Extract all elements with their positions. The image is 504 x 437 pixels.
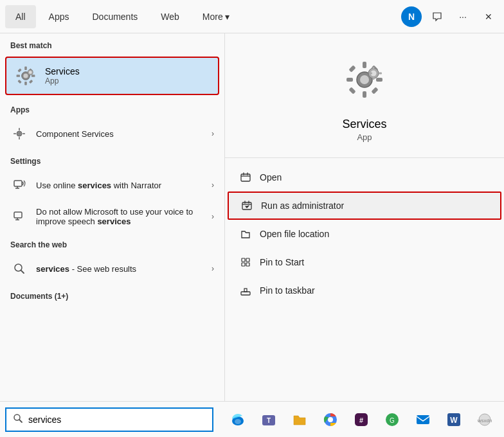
close-icon[interactable]: ✕ [478, 6, 499, 27]
right-panel: Services App Open Run as administrator [225, 33, 504, 401]
apps-section-label: Apps [0, 98, 224, 118]
svg-rect-32 [373, 67, 375, 70]
svg-rect-15 [14, 133, 16, 134]
pin-to-taskbar-icon [238, 283, 253, 298]
web-search-item[interactable]: services - See web results › [0, 253, 224, 284]
svg-rect-2 [24, 67, 27, 70]
web-search-icon [10, 260, 28, 278]
svg-rect-33 [373, 76, 375, 80]
search-input-area[interactable] [5, 407, 213, 432]
tab-documents[interactable]: Documents [82, 5, 148, 28]
app-detail-type: App [357, 132, 372, 142]
svg-rect-36 [241, 174, 250, 181]
svg-rect-41 [246, 263, 249, 266]
best-match-item[interactable]: Services App [5, 57, 219, 95]
tab-all[interactable]: All [5, 5, 36, 28]
svg-text:wsxdn: wsxdn [477, 418, 492, 424]
chevron-right-icon-2: › [212, 181, 214, 190]
best-match-text: Services App [45, 66, 80, 85]
component-services-item[interactable]: Component Services › [0, 118, 224, 149]
documents-section-label: Documents (1+) [0, 284, 224, 305]
svg-rect-55 [417, 415, 429, 424]
app-detail-name: Services [342, 118, 386, 131]
svg-rect-25 [376, 78, 382, 82]
open-file-location-label: Open file location [260, 229, 329, 239]
pin-to-taskbar-button[interactable]: Pin to taskbar [225, 276, 504, 305]
svg-rect-14 [19, 137, 20, 139]
tab-more[interactable]: More ▾ [192, 5, 240, 28]
search-input[interactable] [28, 415, 206, 425]
svg-rect-29 [371, 87, 378, 94]
top-nav: All Apps Documents Web More ▾ N ··· ✕ [0, 0, 504, 33]
svg-rect-6 [17, 68, 21, 72]
svg-point-50 [328, 417, 333, 422]
open-file-location-icon [238, 226, 253, 242]
pin-to-start-icon [238, 254, 253, 270]
taskbar-mail[interactable] [409, 407, 437, 433]
svg-rect-40 [242, 263, 245, 266]
run-as-admin-label: Run as administrator [261, 201, 344, 211]
open-button[interactable]: Open [225, 163, 504, 192]
taskbar-watermark[interactable]: wsxdn [471, 407, 499, 433]
open-label: Open [260, 172, 282, 183]
app-detail: Services App [225, 33, 504, 158]
search-bar: T # G W wsxdn [0, 401, 504, 437]
chevron-right-icon-3: › [212, 212, 214, 221]
svg-rect-17 [14, 181, 22, 186]
tab-web[interactable]: Web [150, 5, 190, 28]
svg-text:#: # [359, 416, 363, 424]
narrator-services-item[interactable]: Use online services with Narrator › [0, 170, 224, 201]
avatar[interactable]: N [401, 6, 422, 27]
search-web-label: Search the web [0, 233, 224, 253]
feedback-icon[interactable] [427, 6, 447, 27]
taskbar-word[interactable]: W [440, 407, 468, 433]
run-as-admin-icon [239, 198, 255, 213]
narrator-icon [10, 176, 28, 194]
taskbar-edge[interactable] [224, 407, 252, 433]
svg-rect-24 [346, 78, 353, 82]
svg-rect-3 [24, 82, 27, 85]
svg-rect-13 [19, 128, 20, 130]
svg-point-12 [17, 131, 22, 136]
run-as-admin-button[interactable]: Run as administrator [228, 192, 501, 220]
taskbar-files[interactable] [285, 407, 314, 433]
main-container: Best match [0, 33, 504, 401]
svg-rect-9 [29, 80, 33, 84]
svg-rect-23 [363, 91, 366, 98]
chevron-right-icon: › [212, 129, 214, 138]
microsoft-voice-icon [10, 208, 28, 226]
svg-rect-38 [242, 258, 245, 262]
context-menu: Open Run as administrator Open file loca… [225, 158, 504, 310]
svg-rect-8 [17, 80, 21, 84]
pin-to-taskbar-label: Pin to taskbar [260, 285, 315, 296]
svg-rect-4 [17, 75, 20, 77]
pin-to-start-label: Pin to Start [260, 257, 304, 267]
tab-apps[interactable]: Apps [39, 5, 80, 28]
web-search-label: services - See web results [36, 264, 212, 274]
taskbar-chrome2[interactable]: G [378, 407, 406, 433]
svg-rect-42 [241, 292, 250, 295]
left-panel: Best match [0, 33, 225, 401]
svg-rect-35 [379, 73, 382, 75]
svg-point-1 [23, 73, 28, 78]
open-file-location-button[interactable]: Open file location [225, 220, 504, 248]
app-detail-icon [344, 59, 385, 110]
taskbar-teams[interactable]: T [255, 407, 283, 433]
svg-rect-22 [363, 62, 366, 68]
chevron-right-icon-4: › [212, 264, 214, 273]
svg-rect-37 [242, 202, 251, 210]
pin-to-start-button[interactable]: Pin to Start [225, 248, 504, 276]
svg-rect-16 [22, 133, 25, 134]
open-icon [238, 170, 253, 185]
more-options-icon[interactable]: ··· [453, 6, 473, 27]
svg-rect-26 [348, 65, 356, 72]
svg-rect-43 [244, 289, 247, 292]
microsoft-voice-label: Do not allow Microsoft to use your voice… [36, 207, 212, 226]
svg-rect-5 [32, 75, 35, 77]
best-match-title: Services [45, 66, 80, 76]
best-match-subtitle: App [45, 76, 80, 85]
taskbar-slack[interactable]: # [347, 407, 375, 433]
microsoft-voice-item[interactable]: Do not allow Microsoft to use your voice… [0, 201, 224, 233]
taskbar-chrome[interactable] [316, 407, 345, 433]
svg-rect-34 [369, 73, 372, 75]
